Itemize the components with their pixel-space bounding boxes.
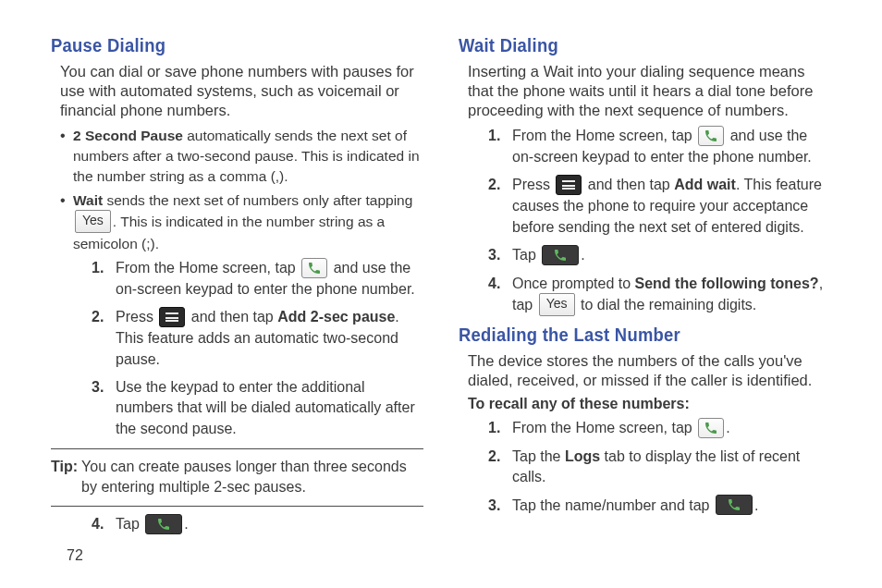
wait-step-2: Press and then tap Add wait. This featur… bbox=[488, 175, 831, 238]
menu-icon[interactable] bbox=[556, 175, 582, 195]
call-icon[interactable] bbox=[542, 245, 579, 265]
redial-subhead: To recall any of these numbers: bbox=[468, 396, 831, 412]
pause-step-1: From the Home screen, tap and use the on… bbox=[92, 258, 423, 300]
tip-label: Tip: bbox=[51, 457, 78, 496]
redial-step-3: Tap the name/number and tap . bbox=[488, 496, 831, 517]
pause-intro: You can dial or save phone numbers with … bbox=[60, 62, 423, 120]
redial-step-2: Tap the Logs tab to display the list of … bbox=[488, 447, 831, 488]
phone-icon[interactable] bbox=[698, 418, 724, 438]
pause-steps: From the Home screen, tap and use the on… bbox=[92, 258, 423, 439]
phone-icon[interactable] bbox=[698, 126, 724, 146]
yes-button[interactable]: Yes bbox=[539, 293, 575, 316]
right-column: Wait Dialing Inserting a Wait into your … bbox=[459, 35, 831, 543]
phone-icon[interactable] bbox=[301, 258, 327, 278]
divider bbox=[51, 448, 423, 449]
pause-step-3: Use the keypad to enter the additional n… bbox=[92, 377, 423, 439]
redial-intro: The device stores the numbers of the cal… bbox=[468, 351, 831, 390]
pause-step-2: Press and then tap Add 2-sec pause. This… bbox=[92, 307, 423, 370]
wait-step-3: Tap . bbox=[488, 245, 831, 266]
tip-row: Tip: You can create pauses longer than t… bbox=[51, 457, 423, 496]
page-number: 72 bbox=[67, 547, 83, 564]
pause-step-4: Tap . bbox=[92, 514, 423, 535]
left-column: Pause Dialing You can dial or save phone… bbox=[51, 35, 423, 543]
bullet-wait: Wait sends the next set of numbers only … bbox=[60, 190, 423, 254]
bullet-2sec-pause: 2 Second Pause automatically sends the n… bbox=[60, 126, 423, 187]
heading-pause-dialing: Pause Dialing bbox=[51, 35, 394, 56]
call-icon[interactable] bbox=[716, 495, 753, 515]
menu-icon[interactable] bbox=[159, 307, 185, 327]
wait-step-4: Once prompted to Send the following tone… bbox=[488, 274, 831, 317]
heading-redialing: Redialing the Last Number bbox=[459, 325, 802, 346]
redial-steps: From the Home screen, tap . Tap the Logs… bbox=[488, 418, 831, 516]
pause-steps-cont: Tap . bbox=[92, 514, 423, 535]
tip-body: You can create pauses longer than three … bbox=[81, 457, 423, 496]
wait-intro: Inserting a Wait into your dialing seque… bbox=[468, 62, 831, 120]
redial-step-1: From the Home screen, tap . bbox=[488, 418, 831, 439]
heading-wait-dialing: Wait Dialing bbox=[459, 35, 802, 56]
wait-steps: From the Home screen, tap and use the on… bbox=[488, 126, 831, 316]
divider bbox=[51, 506, 423, 507]
pause-bullets: 2 Second Pause automatically sends the n… bbox=[60, 126, 423, 254]
call-icon[interactable] bbox=[145, 514, 182, 534]
yes-button[interactable]: Yes bbox=[75, 210, 111, 233]
wait-step-1: From the Home screen, tap and use the on… bbox=[488, 126, 831, 167]
